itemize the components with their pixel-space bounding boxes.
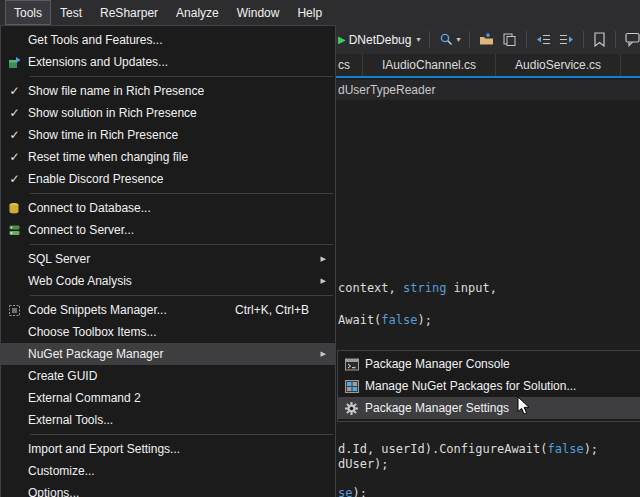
menu-item-connect-to-server[interactable]: Connect to Server... <box>1 219 335 241</box>
menu-item-connect-to-database[interactable]: Connect to Database... <box>1 197 335 219</box>
menu-item-create-guid[interactable]: Create GUID <box>1 365 335 387</box>
submenu-arrow-icon: ▶ <box>321 277 326 285</box>
menu-separator <box>30 193 333 194</box>
checkmark-icon: ✓ <box>1 84 28 98</box>
menu-item-manage-nuget-packages-solution[interactable]: Manage NuGet Packages for Solution... <box>338 375 640 397</box>
menu-item-extensions-and-updates[interactable]: Extensions and Updates... <box>1 51 335 73</box>
toolbar-separator <box>615 31 616 48</box>
visual-studio-window: context, string input, Await(false); d.I… <box>0 0 640 497</box>
menu-item-label: Code Snippets Manager... <box>28 303 215 317</box>
menu-item-label: Package Manager Console <box>365 357 636 371</box>
snippets-icon <box>8 304 21 317</box>
submenu-arrow-icon: ▶ <box>321 350 326 358</box>
menu-item-label: Web Code Analysis <box>28 274 327 288</box>
increase-indent-button[interactable] <box>555 29 578 51</box>
toolbar-separator <box>469 31 470 48</box>
icon-slot <box>1 202 28 215</box>
icon-slot <box>1 304 28 317</box>
menubar-item-tools[interactable]: Tools <box>5 0 51 25</box>
menu-item-label: Show file name in Rich Presence <box>28 84 327 98</box>
menu-item-show-file-name-rich-presence[interactable]: ✓ Show file name in Rich Presence <box>1 80 335 102</box>
menu-item-package-manager-console[interactable]: Package Manager Console <box>338 353 640 375</box>
code-text: Await( <box>338 313 381 327</box>
menu-item-label: NuGet Package Manager <box>28 347 327 361</box>
menu-item-nuget-package-manager[interactable]: NuGet Package Manager ▶ <box>1 343 335 365</box>
menu-item-label: Connect to Database... <box>28 201 327 215</box>
menu-item-label: Choose Toolbox Items... <box>28 325 327 339</box>
menu-item-external-command-2[interactable]: External Command 2 <box>1 387 335 409</box>
menu-item-show-solution-rich-presence[interactable]: ✓ Show solution in Rich Presence <box>1 102 335 124</box>
toggle-bookmark-button[interactable] <box>589 29 610 51</box>
menu-item-choose-toolbox-items[interactable]: Choose Toolbox Items... <box>1 321 335 343</box>
comment-button[interactable] <box>621 29 640 51</box>
menubar-item-help[interactable]: Help <box>288 0 331 25</box>
menu-item-enable-discord-presence[interactable]: ✓ Enable Discord Presence <box>1 168 335 190</box>
menu-item-web-code-analysis[interactable]: Web Code Analysis ▶ <box>1 270 335 292</box>
menu-item-get-tools-and-features[interactable]: Get Tools and Features... <box>1 29 335 51</box>
decrease-indent-button[interactable] <box>532 29 555 51</box>
debug-target-label: DNetDebug <box>349 33 412 47</box>
copy-document-button[interactable] <box>498 29 521 51</box>
menu-item-sql-server[interactable]: SQL Server ▶ <box>1 248 335 270</box>
tab-document-partial[interactable]: cs <box>336 54 363 76</box>
server-icon <box>8 224 21 237</box>
menu-separator <box>30 295 333 296</box>
icon-slot <box>1 56 28 69</box>
menu-separator <box>30 244 333 245</box>
code-text: ); <box>584 442 598 456</box>
code-text: ); <box>417 313 431 327</box>
indent-icon <box>559 32 574 47</box>
checkmark-icon: ✓ <box>1 128 28 142</box>
bookmark-icon <box>593 32 606 47</box>
menu-item-package-manager-settings[interactable]: Package Manager Settings <box>338 397 640 419</box>
menubar-item-analyze[interactable]: Analyze <box>167 0 228 25</box>
open-folder-button[interactable] <box>475 29 498 51</box>
menu-item-options[interactable]: Options... <box>1 482 335 497</box>
menu-item-import-export-settings[interactable]: Import and Export Settings... <box>1 438 335 460</box>
menu-item-label: SQL Server <box>28 252 327 266</box>
icon-slot <box>338 358 365 371</box>
menubar-item-window[interactable]: Window <box>228 0 289 25</box>
menu-item-label: Extensions and Updates... <box>28 55 327 69</box>
menu-item-external-tools[interactable]: External Tools... <box>1 409 335 431</box>
menu-item-label: Show time in Rich Presence <box>28 128 327 142</box>
menubar-item-test[interactable]: Test <box>51 0 91 25</box>
console-icon <box>345 358 359 371</box>
code-line: se); <box>338 486 367 497</box>
menu-item-show-time-rich-presence[interactable]: ✓ Show time in Rich Presence <box>1 124 335 146</box>
nuget-submenu: Package Manager Console Manage NuGet Pac… <box>337 350 640 422</box>
menu-item-customize[interactable]: Customize... <box>1 460 335 482</box>
code-text: d.Id, userId).ConfigureAwait( <box>338 442 548 456</box>
tab-label: cs <box>338 58 350 72</box>
documents-icon <box>502 32 517 47</box>
folder-arrow-icon <box>479 32 494 47</box>
navbar-symbol: dUserTypeReader <box>338 83 435 97</box>
comment-icon <box>625 32 640 47</box>
code-text: input, <box>446 281 497 295</box>
outdent-icon <box>536 32 551 47</box>
code-line: context, string input, <box>338 281 497 295</box>
menu-item-label: Reset time when changing file <box>28 150 327 164</box>
menubar-item-resharper[interactable]: ReSharper <box>91 0 167 25</box>
submenu-arrow-icon: ▶ <box>321 255 326 263</box>
menu-item-label: Get Tools and Features... <box>28 33 327 47</box>
chevron-down-icon: ▾ <box>416 36 420 44</box>
icon-slot <box>338 402 365 415</box>
tab-label: AudioService.cs <box>515 58 601 72</box>
code-keyword: string <box>403 281 446 295</box>
menu-item-reset-time-changing-file[interactable]: ✓ Reset time when changing file <box>1 146 335 168</box>
tab-audioservice[interactable]: AudioService.cs <box>496 54 621 76</box>
start-debug-button[interactable]: ▶ DNetDebug ▾ <box>334 29 424 51</box>
code-line: Await(false); <box>338 313 432 327</box>
tab-iaudiochannel[interactable]: IAudioChannel.cs <box>363 54 496 76</box>
database-icon <box>8 202 21 215</box>
menu-item-code-snippets-manager[interactable]: Code Snippets Manager... Ctrl+K, Ctrl+B <box>1 299 335 321</box>
icon-slot <box>338 380 365 393</box>
code-line: d.Id, userId).ConfigureAwait(false); <box>338 442 598 456</box>
checkmark-icon: ✓ <box>1 172 28 186</box>
code-keyword: false <box>548 442 584 456</box>
menu-item-label: Options... <box>28 486 327 497</box>
toolbar-separator <box>526 31 527 48</box>
find-in-files-button[interactable]: ▾ <box>435 29 464 51</box>
code-keyword: se <box>338 486 352 497</box>
